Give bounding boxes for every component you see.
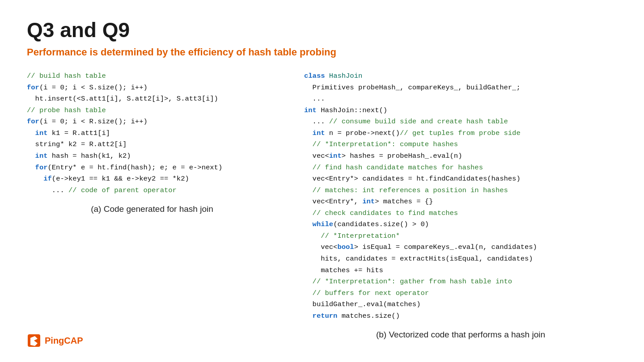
code-token: ht.insert(<S.att1[i], S.att2[i]>, S.att3…	[27, 95, 218, 103]
code-line: for(i = 0; i < S.size(); i++)	[27, 82, 277, 94]
code-line: ...	[304, 93, 617, 105]
code-token: int	[329, 152, 342, 160]
code-token: // matches: int references a position in…	[313, 186, 508, 194]
logo-text: PingCAP	[45, 336, 83, 346]
code-token: ...	[304, 118, 329, 126]
code-token: int	[35, 152, 48, 160]
right-caption: (b) Vectorized code that performs a hash…	[304, 330, 617, 340]
code-line: ... // code of parent operator	[27, 185, 277, 197]
code-token: matches.size()	[337, 312, 400, 320]
code-token: int	[313, 129, 325, 137]
code-token: while	[313, 220, 334, 228]
code-line: // buffers for next operator	[304, 288, 617, 299]
code-token: (i = 0; i < S.size(); i++)	[39, 84, 148, 92]
code-token: (Entry* e = ht.find(hash); e; e = e->nex…	[48, 164, 223, 172]
code-token: > hashes = probeHash_.eval(n)	[342, 152, 462, 160]
page-title: Q3 and Q9	[27, 18, 617, 42]
code-token	[27, 175, 43, 183]
code-line: int k1 = R.att1[i]	[27, 128, 277, 139]
code-token: n = probe->next()	[325, 129, 400, 137]
code-token: vec<Entry*,	[304, 198, 362, 206]
code-line: // build hash table	[27, 71, 277, 82]
code-token: vec<	[304, 152, 329, 160]
code-line: // matches: int references a position in…	[304, 185, 617, 197]
code-token: ...	[27, 186, 68, 194]
code-line: Primitives probeHash_, compareKeys_, bui…	[304, 82, 617, 94]
code-token: hash = hash(k1, k2)	[48, 152, 131, 160]
code-line: for(Entry* e = ht.find(hash); e; e = e->…	[27, 162, 277, 174]
code-token: // *Interpretation*: compute hashes	[313, 140, 458, 148]
code-line: vec<Entry*, int> matches = {}	[304, 196, 617, 208]
code-token: int	[35, 129, 48, 137]
code-line: buildGather_.eval(matches)	[304, 299, 617, 311]
code-token: // buffers for next operator	[313, 289, 429, 297]
code-token: for	[27, 84, 39, 92]
code-token: return	[313, 312, 338, 320]
code-line: ... // consume build side and create has…	[304, 116, 617, 128]
code-line: int HashJoin::next()	[304, 105, 617, 117]
code-token: // probe hash table	[27, 106, 106, 114]
code-token: buildGather_.eval(matches)	[304, 300, 420, 308]
code-token	[27, 164, 35, 172]
code-token	[304, 209, 313, 217]
code-line: return matches.size()	[304, 311, 617, 322]
code-token: for	[27, 118, 39, 126]
right-code-block: class HashJoin Primitives probeHash_, co…	[304, 71, 617, 322]
code-token: if	[43, 175, 52, 183]
left-code-block: // build hash tablefor(i = 0; i < S.size…	[27, 71, 277, 196]
code-line: string* k2 = R.att2[i]	[27, 139, 277, 151]
footer: PingCAP	[27, 333, 83, 348]
code-token	[27, 129, 35, 137]
code-token: for	[35, 164, 48, 172]
code-line: int n = probe->next()// get tuples from …	[304, 128, 617, 139]
code-token: matches += hits	[304, 266, 383, 274]
code-line: while(candidates.size() > 0)	[304, 219, 617, 231]
code-line: // *Interpretation*: compute hashes	[304, 139, 617, 151]
code-token: class	[304, 72, 325, 80]
code-token: // code of parent operator	[68, 186, 177, 194]
subtitle: Performance is determined by the efficie…	[27, 46, 617, 58]
code-line: for(i = 0; i < R.size(); i++)	[27, 116, 277, 128]
code-token	[304, 220, 313, 228]
left-caption: (a) Code generated for hash join	[27, 204, 277, 214]
code-line: hits, candidates = extractHits(isEqual, …	[304, 253, 617, 265]
code-line: if(e->key1 == k1 && e->key2 == *k2)	[27, 173, 277, 185]
code-token: // find hash candidate matches for hashe…	[313, 164, 483, 172]
code-line: matches += hits	[304, 265, 617, 277]
code-token: > isEqual = compareKeys_.eval(n, candida…	[354, 243, 537, 251]
code-line: // check candidates to find matches	[304, 208, 617, 219]
pingcap-logo-icon	[27, 333, 41, 348]
code-line: // find hash candidate matches for hashe…	[304, 162, 617, 174]
code-token: // get tuples from probe side	[400, 129, 521, 137]
code-token: int	[362, 198, 375, 206]
code-token	[304, 164, 313, 172]
code-token	[304, 289, 313, 297]
code-token	[304, 232, 321, 240]
code-line: ht.insert(<S.att1[i], S.att2[i]>, S.att3…	[27, 93, 277, 105]
left-panel: // build hash tablefor(i = 0; i < S.size…	[27, 71, 277, 214]
code-token: string* k2 = R.att2[i]	[27, 140, 127, 148]
code-token: > matches = {}	[375, 198, 433, 206]
code-token: // build hash table	[27, 72, 106, 80]
code-token	[304, 186, 313, 194]
code-token: // consume build side and create hash ta…	[329, 118, 508, 126]
code-token	[304, 312, 313, 320]
code-token: // *Interpretation*: gather from hash ta…	[313, 278, 512, 286]
code-token: (e->key1 == k1 && e->key2 == *k2)	[52, 175, 189, 183]
code-token	[304, 140, 313, 148]
code-token: (candidates.size() > 0)	[333, 220, 429, 228]
code-token: ...	[304, 95, 325, 103]
code-token: (i = 0; i < R.size(); i++)	[39, 118, 148, 126]
code-line: // *Interpretation*: gather from hash ta…	[304, 276, 617, 288]
code-token: hits, candidates = extractHits(isEqual, …	[304, 255, 533, 263]
code-token: vec<	[304, 243, 337, 251]
code-token: k1 = R.att1[i]	[48, 129, 110, 137]
code-line: class HashJoin	[304, 71, 617, 82]
code-token: Primitives probeHash_, compareKeys_, bui…	[304, 84, 521, 92]
code-line: int hash = hash(k1, k2)	[27, 151, 277, 162]
content-row: // build hash tablefor(i = 0; i < S.size…	[27, 71, 617, 340]
code-token	[304, 278, 313, 286]
code-line: vec<bool> isEqual = compareKeys_.eval(n,…	[304, 242, 617, 253]
code-token: // check candidates to find matches	[313, 209, 458, 217]
code-token: HashJoin	[329, 72, 362, 80]
